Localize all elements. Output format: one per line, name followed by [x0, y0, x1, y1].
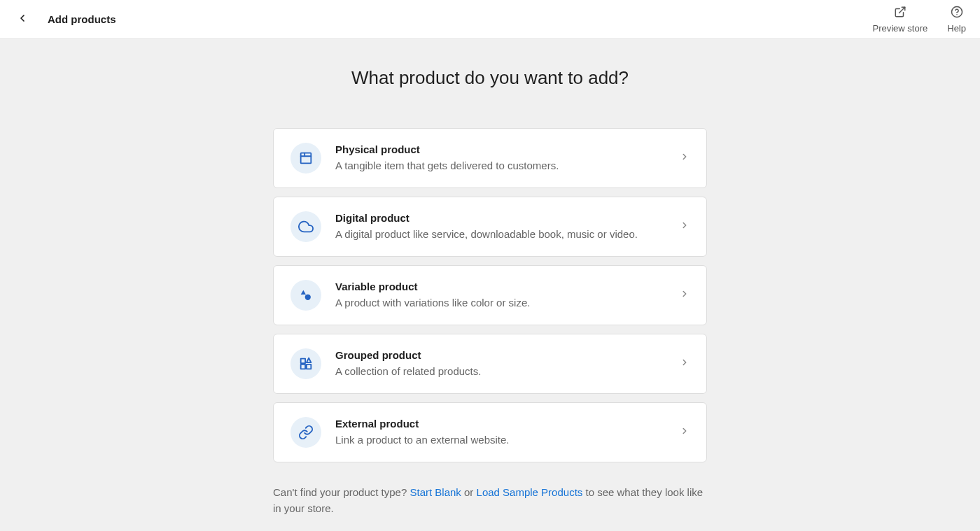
card-title: Physical product	[335, 143, 666, 155]
svg-point-7	[305, 295, 311, 300]
footer-prefix: Can't find your product type?	[273, 486, 410, 498]
help-button[interactable]: Help	[947, 6, 966, 34]
card-title: Digital product	[335, 212, 666, 224]
card-title: External product	[335, 418, 666, 430]
card-text: External product Link a product to an ex…	[335, 418, 666, 447]
footer-or: or	[461, 486, 477, 498]
chevron-right-icon	[680, 357, 690, 370]
header-left: Add products	[14, 10, 116, 29]
chevron-left-icon	[17, 13, 28, 26]
product-type-digital[interactable]: Digital product A digital product like s…	[273, 197, 707, 257]
product-type-list: Physical product A tangible item that ge…	[273, 128, 707, 462]
start-blank-link[interactable]: Start Blank	[410, 486, 461, 498]
card-text: Variable product A product with variatio…	[335, 281, 666, 310]
card-description: Link a product to an external website.	[335, 432, 666, 447]
svg-rect-3	[301, 153, 312, 164]
preview-store-label: Preview store	[873, 23, 928, 34]
footer-help-text: Can't find your product type? Start Blan…	[273, 485, 707, 516]
product-type-physical[interactable]: Physical product A tangible item that ge…	[273, 128, 707, 188]
card-description: A tangible item that gets delivered to c…	[335, 158, 666, 173]
svg-rect-10	[307, 364, 311, 369]
load-sample-link[interactable]: Load Sample Products	[477, 486, 583, 498]
svg-rect-8	[301, 359, 305, 363]
help-label: Help	[947, 23, 966, 34]
help-icon	[951, 6, 963, 20]
card-description: A product with variations like color or …	[335, 295, 666, 310]
preview-store-button[interactable]: Preview store	[873, 6, 928, 34]
svg-rect-9	[301, 364, 305, 369]
card-text: Digital product A digital product like s…	[335, 212, 666, 241]
back-button[interactable]	[14, 10, 31, 29]
product-type-grouped[interactable]: Grouped product A collection of related …	[273, 334, 707, 394]
chevron-right-icon	[680, 152, 690, 164]
external-link-icon	[894, 6, 906, 20]
product-type-variable[interactable]: Variable product A product with variatio…	[273, 265, 707, 325]
card-text: Grouped product A collection of related …	[335, 349, 666, 378]
card-text: Physical product A tangible item that ge…	[335, 143, 666, 173]
svg-line-0	[899, 7, 904, 13]
link-icon	[290, 417, 321, 448]
chevron-right-icon	[680, 426, 690, 439]
page-title: Add products	[48, 13, 116, 25]
card-description: A digital product like service, download…	[335, 227, 666, 241]
box-icon	[290, 143, 321, 174]
svg-marker-11	[307, 358, 311, 362]
grid-icon	[290, 348, 321, 379]
chevron-right-icon	[680, 289, 690, 302]
chevron-right-icon	[680, 220, 690, 233]
card-description: A collection of related products.	[335, 364, 666, 378]
svg-marker-6	[301, 290, 306, 295]
card-title: Grouped product	[335, 349, 666, 361]
cloud-icon	[290, 211, 321, 242]
header-bar: Add products Preview store Help	[0, 0, 980, 39]
main-heading: What product do you want to add?	[273, 67, 707, 89]
product-type-external[interactable]: External product Link a product to an ex…	[273, 402, 707, 462]
main-content: What product do you want to add? Physica…	[273, 39, 707, 531]
card-title: Variable product	[335, 281, 666, 292]
header-right: Preview store Help	[873, 6, 967, 34]
shapes-icon	[290, 280, 321, 311]
